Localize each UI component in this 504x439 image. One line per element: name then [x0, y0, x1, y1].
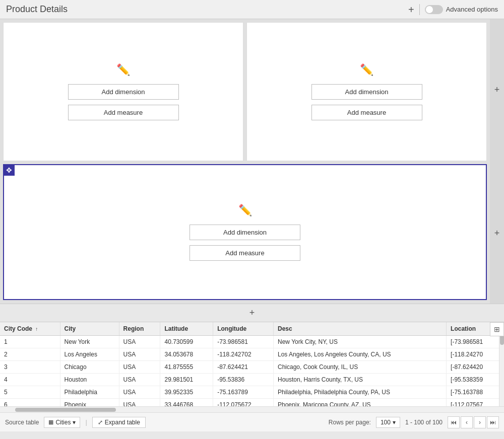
table-name-value: Cities	[55, 419, 71, 426]
header-controls: + Advanced options	[408, 4, 498, 15]
col-city[interactable]: City	[60, 322, 119, 336]
table-row: 6PhoenixUSA33.446768-112.075672Phoenix, …	[0, 399, 504, 407]
cell-longitude: -75.163789	[213, 386, 274, 399]
expand-label: Expand table	[105, 419, 140, 426]
table-footer: Source table ▦ Cities ▾ | ⤢ Expand table…	[0, 412, 504, 431]
cell-latitude: 34.053678	[160, 348, 213, 361]
cell-latitude: 33.446768	[160, 399, 213, 407]
cell-city: New York	[60, 336, 119, 348]
advanced-options-toggle[interactable]: Advanced options	[425, 5, 498, 14]
wand-icon-top-right: ✏️	[360, 63, 373, 77]
cell-city_code: 3	[0, 361, 60, 374]
add-dimension-btn-top-left[interactable]: Add dimension	[68, 84, 179, 100]
cell-city: Houston	[60, 374, 119, 386]
table-select-chevron: ▾	[73, 419, 76, 426]
cell-desc: Los Angeles, Los Angeles County, CA, US	[274, 348, 447, 361]
cell-city: Chicago	[60, 361, 119, 374]
toggle-track[interactable]	[425, 5, 443, 14]
cell-desc: New York City, NY, US	[274, 336, 447, 348]
col-city-code[interactable]: City Code ↑	[0, 322, 60, 336]
cell-desc: Houston, Harris County, TX, US	[274, 374, 447, 386]
cell-location: [-73.986581	[447, 336, 504, 348]
cell-latitude: 41.875555	[160, 361, 213, 374]
panel-row-1: ✏️ Add dimension Add measure ✏️ Add dime…	[0, 19, 490, 163]
sidebar-plus-bottom[interactable]: +	[494, 228, 500, 239]
col-longitude[interactable]: Longitude	[213, 322, 274, 336]
bottom-widget: ✥ ✏️ Add dimension Add measure	[3, 164, 487, 300]
table-section: ⊞ City Code ↑ City Region Latitude Longi…	[0, 322, 504, 431]
move-handle[interactable]: ✥	[4, 165, 15, 176]
add-dimension-btn-top-right[interactable]: Add dimension	[311, 84, 422, 100]
footer-left: Source table ▦ Cities ▾ | ⤢ Expand table	[5, 417, 146, 428]
h-scrollbar-thumb	[15, 408, 116, 412]
grid-icon-area: ⊞	[490, 322, 504, 336]
table-name-select[interactable]: ▦ Cities ▾	[44, 417, 80, 428]
table-row: 3ChicagoUSA41.875555-87.624421Chicago, C…	[0, 361, 504, 374]
cell-longitude: -112.075672	[213, 399, 274, 407]
rows-chevron: ▾	[393, 419, 396, 426]
panels-column: ✏️ Add dimension Add measure ✏️ Add dime…	[0, 19, 490, 304]
cell-city_code: 5	[0, 386, 60, 399]
wand-icon-bottom: ✏️	[238, 204, 252, 217]
col-desc[interactable]: Desc	[274, 322, 447, 336]
cell-region: USA	[119, 374, 160, 386]
sidebar-plus-top[interactable]: +	[494, 85, 500, 95]
add-measure-btn-top-right[interactable]: Add measure	[311, 105, 422, 120]
last-page-btn[interactable]: ⏭	[487, 416, 499, 428]
grid-view-button[interactable]: ⊞	[490, 322, 504, 336]
table-row: 4HoustonUSA29.981501-95.53836Houston, Ha…	[0, 374, 504, 386]
sort-icon-city-code: ↑	[35, 326, 38, 332]
cell-location: [-75.163788	[447, 386, 504, 399]
wand-icon-top-left: ✏️	[116, 63, 130, 77]
next-page-btn[interactable]: ›	[474, 416, 486, 428]
add-measure-btn-bottom[interactable]: Add measure	[190, 245, 300, 261]
add-measure-btn-top-left[interactable]: Add measure	[68, 105, 179, 120]
header: Product Details + Advanced options	[0, 0, 504, 19]
top-right-widget: ✏️ Add dimension Add measure	[246, 22, 487, 161]
add-dimension-btn-bottom[interactable]: Add dimension	[190, 225, 300, 240]
cell-location: [-95.538359	[447, 374, 504, 386]
cell-city_code: 1	[0, 336, 60, 348]
page-title: Product Details	[6, 4, 68, 15]
first-page-btn[interactable]: ⏮	[448, 416, 460, 428]
table-row: 5PhiladelphiaUSA39.952335-75.163789Phila…	[0, 386, 504, 399]
canvas-wrapper: ✏️ Add dimension Add measure ✏️ Add dime…	[0, 19, 504, 439]
prev-page-btn[interactable]: ‹	[461, 416, 473, 428]
cell-latitude: 29.981501	[160, 374, 213, 386]
panels-and-sidebar: ✏️ Add dimension Add measure ✏️ Add dime…	[0, 19, 504, 304]
cell-region: USA	[119, 348, 160, 361]
cell-latitude: 39.952335	[160, 386, 213, 399]
cell-region: USA	[119, 399, 160, 407]
horizontal-scrollbar[interactable]	[0, 406, 504, 412]
rows-per-page-select[interactable]: 100 ▾	[376, 417, 400, 428]
add-button[interactable]: +	[408, 5, 414, 15]
expand-table-divider: |	[85, 418, 87, 426]
col-region[interactable]: Region	[119, 322, 160, 336]
cell-longitude: -87.624421	[213, 361, 274, 374]
add-row-icon[interactable]: +	[249, 308, 255, 318]
right-sidebar: + +	[490, 19, 504, 304]
cell-city_code: 6	[0, 399, 60, 407]
cell-desc: Phoenix, Maricopa County, AZ, US	[274, 399, 447, 407]
top-left-widget: ✏️ Add dimension Add measure	[3, 22, 243, 161]
footer-right: Rows per page: 100 ▾ 1 - 100 of 100 ⏮ ‹ …	[329, 416, 499, 428]
cell-city: Philadelphia	[60, 386, 119, 399]
toggle-thumb	[426, 6, 433, 13]
pagination-nav: ⏮ ‹ › ⏭	[448, 416, 499, 428]
expand-table-button[interactable]: ⤢ Expand table	[92, 417, 146, 428]
table-header-row: City Code ↑ City Region Latitude Longitu…	[0, 322, 504, 336]
cell-location: [-112.07567	[447, 399, 504, 407]
cell-city: Phoenix	[60, 399, 119, 407]
cell-desc: Chicago, Cook County, IL, US	[274, 361, 447, 374]
rows-per-page-label: Rows per page:	[329, 419, 371, 426]
col-latitude[interactable]: Latitude	[160, 322, 213, 336]
add-row-bar[interactable]: +	[0, 304, 504, 322]
panel-row-2: ✥ ✏️ Add dimension Add measure	[0, 163, 490, 304]
cell-location: [-87.624420	[447, 361, 504, 374]
cell-region: USA	[119, 361, 160, 374]
advanced-options-label: Advanced options	[446, 6, 498, 13]
cell-longitude: -118.242702	[213, 348, 274, 361]
table-body: 1New YorkUSA40.730599-73.986581New York …	[0, 336, 504, 407]
cell-latitude: 40.730599	[160, 336, 213, 348]
cell-city: Los Angeles	[60, 348, 119, 361]
